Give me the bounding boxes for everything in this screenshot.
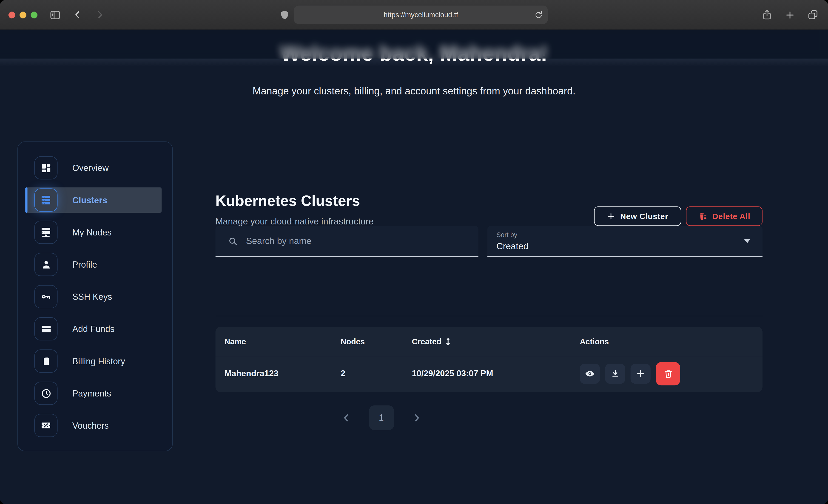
url-field[interactable]: https://myceliumcloud.tf <box>294 5 548 24</box>
window-controls <box>8 11 37 18</box>
share-button[interactable] <box>761 9 773 20</box>
table-header-row: Name Nodes Created Actions <box>215 327 763 356</box>
cell-created-date: 10/29/2025 03:07 PM <box>412 369 493 378</box>
page-subtitle: Manage your clusters, billing, and accou… <box>0 85 828 97</box>
tab-overview-button[interactable] <box>807 9 818 20</box>
chevron-left-icon <box>341 413 351 423</box>
pagination: 1 <box>0 406 762 430</box>
reload-button[interactable] <box>534 10 543 19</box>
reload-icon <box>534 10 543 19</box>
sidebar-toggle-icon <box>49 9 61 21</box>
back-button[interactable] <box>72 9 83 20</box>
sidebar: Overview Clusters <box>17 141 173 451</box>
next-page-button[interactable] <box>412 413 422 423</box>
search-icon <box>227 236 238 246</box>
cluster-actions: New Cluster Delete All <box>594 206 762 226</box>
column-header-name: Name <box>224 337 246 346</box>
person-icon <box>34 253 57 276</box>
server-stack-icon <box>34 188 57 212</box>
new-cluster-label: New Cluster <box>620 212 668 220</box>
sidebar-toggle-button[interactable] <box>49 9 61 21</box>
sidebar-item-payments[interactable]: Payments <box>25 381 162 406</box>
page-number-button[interactable]: 1 <box>369 406 394 430</box>
row-actions <box>580 362 680 385</box>
sidebar-item-clusters[interactable]: Clusters <box>25 187 162 213</box>
close-window-button[interactable] <box>8 11 15 18</box>
forward-button[interactable] <box>94 9 105 20</box>
zoom-window-button[interactable] <box>31 11 37 18</box>
sidebar-item-add-funds[interactable]: Add Funds <box>25 316 162 341</box>
previous-page-button[interactable] <box>341 413 351 423</box>
nodes-icon <box>34 220 57 244</box>
search-input[interactable] <box>245 235 446 247</box>
browser-toolbar: https://myceliumcloud.tf <box>0 0 828 30</box>
sidebar-item-overview[interactable]: Overview <box>25 155 162 180</box>
minimize-window-button[interactable] <box>19 11 27 18</box>
cell-cluster-name: Mahendra123 <box>224 369 279 378</box>
key-icon <box>34 285 57 308</box>
sort-select[interactable]: Sort by Created <box>487 226 762 257</box>
chevron-right-icon <box>94 9 105 20</box>
new-cluster-button[interactable]: New Cluster <box>594 206 681 226</box>
delete-all-button[interactable]: Delete All <box>686 206 762 226</box>
browser-window: https://myceliumcloud.tf <box>0 0 828 504</box>
search-field <box>215 226 479 257</box>
download-icon <box>610 369 620 378</box>
page-content: Welcome back, Mahendra! Welcome back, Ma… <box>0 30 828 504</box>
chevron-left-icon <box>72 9 83 20</box>
section-subtitle: Manage your cloud-native infrastructure <box>215 216 374 227</box>
trash-icon <box>663 369 673 379</box>
column-header-actions: Actions <box>580 337 609 346</box>
column-header-nodes: Nodes <box>341 337 365 346</box>
delete-cluster-button[interactable] <box>656 362 680 385</box>
sidebar-item-label: SSH Keys <box>72 292 112 302</box>
sidebar-item-label: Profile <box>72 259 97 269</box>
url-text: https://myceliumcloud.tf <box>383 11 458 18</box>
plus-icon <box>607 212 615 220</box>
chevron-right-icon <box>412 413 422 423</box>
cell-node-count: 2 <box>341 369 345 378</box>
sidebar-item-label: My Nodes <box>72 227 112 237</box>
clusters-table: Name Nodes Created Actions Mahendra123 2… <box>215 327 763 392</box>
download-kubeconfig-button[interactable] <box>605 364 625 384</box>
delete-sweep-icon <box>698 211 708 221</box>
sort-by-label: Sort by <box>496 231 517 239</box>
receipt-icon <box>34 349 57 373</box>
sort-arrows-icon <box>445 337 451 346</box>
sidebar-item-label: Clusters <box>72 195 107 205</box>
sidebar-item-label: Overview <box>72 163 109 173</box>
sidebar-item-label: Billing History <box>72 356 125 366</box>
sidebar-item-my-nodes[interactable]: My Nodes <box>25 220 162 245</box>
address-bar-group: https://myceliumcloud.tf <box>280 5 548 24</box>
eye-icon <box>585 369 595 379</box>
sidebar-item-billing-history[interactable]: Billing History <box>25 348 162 374</box>
sidebar-item-profile[interactable]: Profile <box>25 252 162 277</box>
clock-icon <box>34 382 57 405</box>
chevron-down-icon <box>743 239 751 244</box>
wallet-icon <box>34 317 57 340</box>
section-title: Kubernetes Clusters <box>215 193 360 210</box>
sticky-header-overlay <box>0 30 828 58</box>
dashboard-icon <box>34 156 57 179</box>
plus-icon <box>636 369 645 378</box>
table-row: Mahendra123 2 10/29/2025 03:07 PM <box>215 356 763 392</box>
view-cluster-button[interactable] <box>580 364 600 384</box>
toolbar-right-icons <box>761 9 818 20</box>
tabs-icon <box>807 9 818 20</box>
sidebar-item-label: Add Funds <box>72 324 115 334</box>
section-divider <box>215 316 763 316</box>
add-node-button[interactable] <box>631 364 651 384</box>
sort-value: Created <box>496 241 528 252</box>
column-header-created[interactable]: Created <box>412 337 451 346</box>
privacy-shield-icon[interactable] <box>280 9 289 20</box>
delete-all-label: Delete All <box>712 212 750 220</box>
screen: https://myceliumcloud.tf <box>0 0 828 504</box>
plus-icon <box>785 9 795 20</box>
sidebar-item-label: Payments <box>72 388 111 398</box>
sidebar-item-ssh-keys[interactable]: SSH Keys <box>25 284 162 309</box>
new-tab-button[interactable] <box>785 9 795 20</box>
share-icon <box>761 9 773 20</box>
